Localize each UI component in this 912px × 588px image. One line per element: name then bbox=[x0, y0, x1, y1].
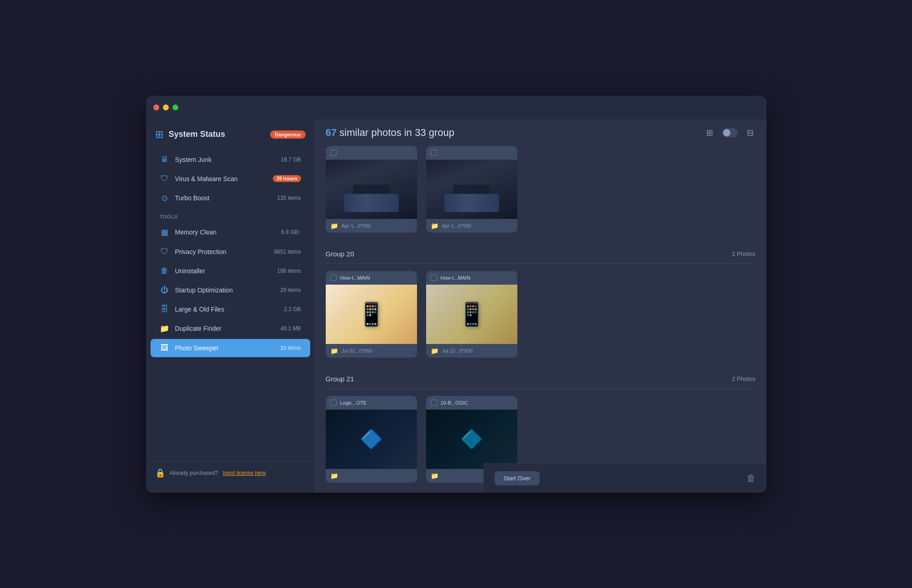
photo-image bbox=[426, 285, 517, 344]
folder-icon: 📁 bbox=[330, 472, 338, 479]
photo-cards: 📁 Apr 1...0*990 bbox=[326, 146, 756, 233]
sidebar-item-value: 40.1 MB bbox=[281, 325, 301, 332]
issues-badge: 29 issues bbox=[273, 175, 301, 182]
main-content: ⊞ System Status Dangerous 🖥 System Junk … bbox=[146, 120, 766, 493]
sidebar-item-value: 8651 items bbox=[274, 249, 301, 255]
memory-icon: ▦ bbox=[160, 228, 170, 237]
sidebar-item-large-old-files[interactable]: 🗄 Large & Old Files 2.2 GB bbox=[151, 300, 310, 318]
photo-checkbox[interactable] bbox=[330, 400, 337, 406]
start-over-button[interactable]: Start Over bbox=[495, 471, 540, 485]
toggle-switch[interactable] bbox=[722, 128, 738, 137]
turbo-icon: ⊙ bbox=[160, 193, 170, 203]
photo-group-partial: 📁 Apr 1...0*990 bbox=[326, 146, 756, 233]
startup-icon: ⏻ bbox=[160, 286, 170, 295]
photo-image bbox=[326, 285, 417, 344]
sidebar-footer: 🔒 Already purchased? Input license here bbox=[146, 460, 315, 485]
group-name: Group 21 bbox=[326, 375, 354, 383]
sidebar-item-label: Photo Sweeper bbox=[175, 344, 275, 352]
group-count: 2 Photos bbox=[732, 250, 755, 257]
header-controls: ⊞ ⊟ bbox=[704, 126, 756, 140]
license-link[interactable]: Input license here bbox=[223, 470, 266, 476]
sidebar-items: 🖥 System Junk 18.7 GB 🛡 Virus & Malware … bbox=[146, 148, 315, 460]
titlebar bbox=[146, 96, 766, 120]
photo-card-top bbox=[426, 146, 517, 160]
photo-image bbox=[426, 410, 517, 469]
folder-icon: 📁 bbox=[431, 222, 438, 229]
photo-card-name: How-t...MAIN bbox=[441, 275, 470, 281]
sidebar: ⊞ System Status Dangerous 🖥 System Junk … bbox=[146, 120, 315, 493]
grid-view-button[interactable]: ⊞ bbox=[704, 126, 715, 140]
photo-meta: Jul 02...0*900 bbox=[342, 348, 372, 354]
sidebar-item-privacy-protection[interactable]: 🛡 Privacy Protection 8651 items bbox=[151, 243, 310, 261]
privacy-icon: 🛡 bbox=[160, 247, 170, 256]
photo-card-bottom: 📁 Apr 1...0*990 bbox=[426, 219, 517, 233]
sidebar-item-system-junk[interactable]: 🖥 System Junk 18.7 GB bbox=[151, 151, 310, 169]
title-count: 67 bbox=[326, 127, 337, 138]
view-toggle: ⊞ bbox=[704, 126, 715, 140]
footer-text: Already purchased? bbox=[170, 470, 219, 476]
sidebar-item-value: 18.7 GB bbox=[281, 156, 301, 163]
system-status-label: System Status bbox=[169, 130, 225, 139]
sidebar-item-label: Virus & Malware Scan bbox=[175, 175, 268, 182]
photo-card[interactable]: How-t...MAIN 📁 Jul 02...0*900 bbox=[326, 271, 417, 358]
close-button[interactable] bbox=[153, 104, 159, 110]
status-badge: Dangerous bbox=[270, 130, 305, 139]
folder-icon: 📁 bbox=[431, 472, 438, 479]
sidebar-item-value: 135 items bbox=[277, 195, 301, 201]
photo-card-top: How-t...MAIN bbox=[426, 271, 517, 285]
sidebar-item-value: 6.8 GB↑ bbox=[281, 229, 301, 235]
minimize-button[interactable] bbox=[163, 104, 169, 110]
sidebar-item-label: System Junk bbox=[175, 156, 276, 163]
shield-scan-icon: 🛡 bbox=[160, 174, 170, 183]
scroll-area[interactable]: 📁 Apr 1...0*990 bbox=[315, 146, 766, 493]
photo-image bbox=[326, 410, 417, 469]
photo-card-top: 10-B...OGIC bbox=[426, 396, 517, 410]
group-name: Group 20 bbox=[326, 250, 354, 258]
sidebar-item-uninstaller[interactable]: 🗑 Uninstaller 106 items bbox=[151, 262, 310, 280]
photo-card[interactable]: 📁 Apr 1...0*990 bbox=[426, 146, 517, 233]
photo-card[interactable]: 📁 Apr 1...0*990 bbox=[326, 146, 417, 233]
main-header: 67 similar photos in 33 group ⊞ ⊟ bbox=[315, 120, 766, 146]
sidebar-item-label: Privacy Protection bbox=[175, 248, 269, 255]
photo-checkbox[interactable] bbox=[330, 150, 337, 156]
photo-card[interactable]: How-t...MAIN 📁 Jul 15...0*900 bbox=[426, 271, 517, 358]
photo-cards: How-t...MAIN 📁 Jul 02...0*900 bbox=[326, 271, 756, 358]
folder-icon: 📁 bbox=[330, 222, 338, 229]
trash-icon[interactable]: 🗑 bbox=[746, 473, 756, 484]
sidebar-item-value: 33 items bbox=[280, 345, 301, 351]
sidebar-item-label: Large & Old Files bbox=[175, 306, 279, 313]
photo-image bbox=[326, 160, 417, 219]
photo-card-bottom: 📁 Jul 02...0*900 bbox=[326, 344, 417, 358]
sidebar-item-turbo-boost[interactable]: ⊙ Turbo Boost 135 items bbox=[151, 189, 310, 208]
photo-checkbox[interactable] bbox=[431, 400, 437, 406]
photo-checkbox[interactable] bbox=[431, 150, 437, 156]
photo-card-bottom: 📁 Apr 1...0*990 bbox=[326, 219, 417, 233]
group-count: 2 Photos bbox=[732, 375, 755, 382]
photo-card[interactable]: Logic...OTE 📁 bbox=[326, 396, 417, 483]
sidebar-item-duplicate-finder[interactable]: 📁 Duplicate Finder 40.1 MB bbox=[151, 319, 310, 338]
sidebar-item-value: 2.2 GB bbox=[284, 306, 301, 312]
list-view-button[interactable]: ⊟ bbox=[745, 126, 756, 140]
sidebar-item-label: Startup Optimization bbox=[175, 286, 275, 294]
sidebar-item-value: 106 items bbox=[277, 268, 301, 274]
lock-icon: 🔒 bbox=[155, 468, 165, 478]
duplicate-icon: 📁 bbox=[160, 324, 170, 333]
photo-card-top: Logic...OTE bbox=[326, 396, 417, 410]
photo-sweeper-icon: 🖼 bbox=[160, 343, 170, 353]
main-panel-container: 67 similar photos in 33 group ⊞ ⊟ bbox=[315, 120, 766, 493]
sidebar-item-label: Memory Clean bbox=[175, 229, 276, 236]
photo-card-bottom: 📁 Jul 15...0*900 bbox=[426, 344, 517, 358]
photo-checkbox[interactable] bbox=[431, 275, 437, 281]
sidebar-item-virus-malware[interactable]: 🛡 Virus & Malware Scan 29 issues bbox=[151, 170, 310, 188]
sidebar-item-photo-sweeper[interactable]: 🖼 Photo Sweeper 33 items bbox=[151, 339, 310, 357]
group-header: Group 20 2 Photos bbox=[326, 245, 756, 264]
photo-group-20: Group 20 2 Photos How-t...MAIN bbox=[326, 245, 756, 358]
sidebar-item-memory-clean[interactable]: ▦ Memory Clean 6.8 GB↑ bbox=[151, 223, 310, 242]
sidebar-item-startup-optimization[interactable]: ⏻ Startup Optimization 29 items bbox=[151, 281, 310, 299]
photo-image bbox=[426, 160, 517, 219]
main-title: 67 similar photos in 33 group bbox=[326, 127, 455, 139]
photo-card-top: How-t...MAIN bbox=[326, 271, 417, 285]
sidebar-item-label: Uninstaller bbox=[175, 267, 272, 275]
maximize-button[interactable] bbox=[172, 104, 178, 110]
photo-checkbox[interactable] bbox=[330, 275, 337, 281]
